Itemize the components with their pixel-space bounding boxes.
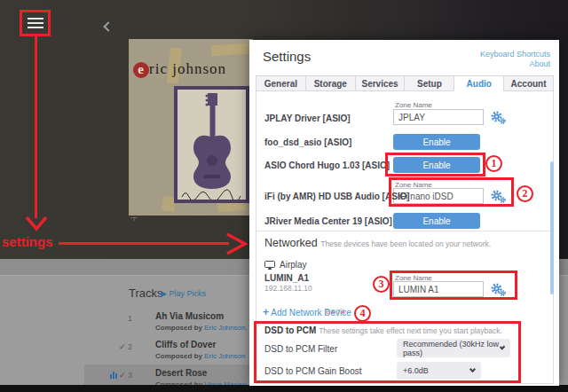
track-title[interactable]: Cliffs of Dover [155, 340, 216, 349]
annotation-number-1: 1 [485, 155, 502, 172]
annotation-arrow-down-head [25, 216, 48, 231]
tab-storage[interactable]: Storage [305, 75, 356, 91]
track-title[interactable]: Desert Rose [155, 368, 207, 378]
zone-settings-gear-icon[interactable] [491, 190, 506, 203]
annotation-arrow-down-line [35, 36, 37, 218]
album-caption: "T" [130, 216, 138, 222]
dsd-gain-label: DSD to PCM Gain Boost [264, 366, 361, 376]
tracks-heading: Tracks [129, 286, 163, 300]
dsd-filter-label: DSD to PCM Filter [264, 344, 337, 354]
chevron-down-icon [469, 366, 476, 372]
album-title-text: eric johnson [133, 60, 226, 78]
track-title[interactable]: Ah Via Musicom [155, 311, 224, 321]
zone-name-input-lumin[interactable] [393, 281, 484, 297]
track-composers: Composed by Eric Johnson [155, 352, 245, 360]
annotation-settings-label: settings [2, 234, 53, 249]
dsd-filter-dropdown[interactable]: Recommended (30kHz low pass) [397, 339, 510, 357]
tab-account[interactable]: Account [503, 75, 554, 91]
beta-badge: BETA [326, 308, 346, 316]
album-cover: eric johnson [129, 39, 253, 216]
zone-settings-gear-icon[interactable] [491, 283, 506, 296]
play-icon: ▶ [161, 289, 167, 298]
bottom-player-bar [0, 385, 568, 392]
track-check-icon: ✓ [119, 342, 126, 351]
tab-setup[interactable]: Setup [404, 75, 454, 91]
settings-dialog: Settings Keyboard Shortcuts About Genera… [249, 40, 559, 386]
networked-heading: Networked These devices have been locate… [264, 237, 491, 249]
network-device-name: LUMIN_A1 [264, 273, 309, 283]
zone-settings-gear-icon[interactable] [491, 111, 506, 124]
annotation-number-4: 4 [354, 305, 371, 322]
guitar-illustration [178, 91, 246, 189]
plus-icon: + [263, 306, 269, 318]
device-name-foo-dsd: foo_dsd_asio [ASIO] [264, 137, 351, 147]
track-number: 1 [128, 314, 132, 323]
keyboard-shortcuts-link[interactable]: Keyboard Shortcuts [480, 50, 550, 59]
play-picks-link[interactable]: ▶ Play Picks [161, 289, 206, 298]
album-art-panel [174, 86, 249, 203]
track-composers: Composed by Eric Johnson, Steve Barb [155, 324, 249, 332]
section-divider [256, 231, 552, 231]
tape-decoration [211, 43, 251, 56]
dialog-links: Keyboard Shortcuts About [480, 50, 550, 69]
now-playing-bars-icon [110, 372, 119, 379]
track-number: 3 [128, 371, 132, 380]
annotation-arrow-right-line [59, 242, 229, 245]
enable-button-jriver[interactable]: Enable [393, 213, 480, 229]
zone-name-input-jplay[interactable] [393, 109, 484, 125]
device-name-jplay: JPLAY Driver [ASIO] [264, 114, 351, 123]
annotation-box-hamburger [20, 10, 51, 36]
device-name-jriver: JRiver Media Center 19 [ASIO] [264, 216, 392, 226]
tracks-section: Tracks ▶ Play Picks 1 Ah Via Musicom Com… [84, 282, 249, 385]
tab-general[interactable]: General [256, 75, 306, 91]
annotation-number-2: 2 [517, 185, 533, 202]
tab-services[interactable]: Services [355, 75, 406, 91]
device-name-chord-hugo: ASIO Chord Hugo 1.03 [ASIO] [264, 161, 390, 170]
zone-name-label: Zone Name [395, 101, 432, 109]
track-check-icon: ✓ [119, 371, 126, 380]
tab-audio[interactable]: Audio [454, 75, 504, 91]
signature-scribble [180, 189, 242, 200]
track-composers: Composed by Vince Mariani, Eric Johns [155, 380, 249, 385]
about-link[interactable]: About [480, 59, 550, 69]
track-number: 2 [128, 342, 132, 351]
airplay-row: Airplay [264, 260, 307, 270]
enable-button-foo-dsd[interactable]: Enable [393, 134, 480, 150]
annotation-arrow-right-head [225, 232, 248, 255]
dsd-heading: DSD to PCM These settings take effect ne… [264, 325, 502, 335]
dialog-title: Settings [263, 49, 311, 64]
enable-button-chord-hugo[interactable]: Enable [393, 157, 480, 173]
network-device-ip: 192.168.11.10 [264, 284, 312, 293]
airplay-icon [264, 261, 275, 270]
eric-johnson-logo: e [133, 62, 149, 78]
settings-tabs: General Storage Services Setup Audio Acc… [256, 75, 554, 91]
device-name-ifi: iFi (by AMR) HD USB Audio [ASIO] [264, 192, 410, 201]
dialog-scrollbar-thumb[interactable] [550, 161, 554, 294]
annotation-number-3: 3 [373, 276, 390, 293]
dsd-gain-dropdown[interactable]: +6.0dB [397, 362, 481, 380]
